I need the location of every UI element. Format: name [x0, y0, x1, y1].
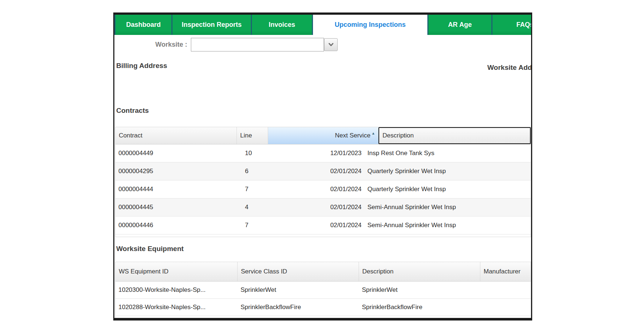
description-cell: Semi-Annual Sprinkler Wet Insp: [364, 216, 531, 234]
tab-label: Invoices: [268, 21, 295, 29]
next-service-cell: 02/01/2024: [268, 180, 364, 198]
tab-ar-age[interactable]: AR Age: [428, 15, 492, 35]
service-class-id-cell: SprinklerWet: [238, 282, 359, 298]
line-cell: 6: [237, 162, 268, 180]
column-header-contract[interactable]: Contract: [115, 127, 237, 144]
chevron-down-icon: [328, 43, 334, 46]
equipment-table-header: WS Equipment ID Service Class ID Descrip…: [115, 262, 531, 282]
tab-upcoming-inspections[interactable]: Upcoming Inspections: [313, 15, 428, 35]
contract-cell: 0000004445: [115, 198, 237, 216]
line-cell: 7: [237, 180, 268, 198]
contract-row[interactable]: 0000004446 7 02/01/2024 Semi-Annual Spri…: [115, 216, 531, 234]
description-cell: Semi-Annual Sprinkler Wet Insp: [364, 198, 531, 216]
sort-asc-icon: ▲: [371, 131, 375, 135]
description-cell: Quarterly Sprinkler Wet Insp: [364, 162, 531, 180]
contracts-table: Contract Line Next Service ▲ Description…: [115, 127, 531, 237]
description-cell: Insp Rest One Tank Sys: [364, 144, 531, 162]
contract-cell: 0000004449: [115, 144, 237, 162]
worksite-equipment-heading: Worksite Equipment: [116, 245, 184, 253]
tab-label: FAQs: [516, 21, 531, 29]
tab-bar: Dashboard Inspection Reports Invoices Up…: [114, 15, 531, 35]
contract-row[interactable]: 0000004295 6 02/01/2024 Quarterly Sprink…: [115, 162, 531, 180]
worksite-input[interactable]: [191, 38, 324, 51]
description-cell: Quarterly Sprinkler Wet Insp: [364, 180, 531, 198]
tab-dashboard[interactable]: Dashboard: [114, 15, 172, 35]
column-header-description[interactable]: Description: [359, 262, 480, 281]
column-header-description[interactable]: Description: [378, 127, 531, 144]
tab-label: Inspection Reports: [182, 21, 242, 29]
tab-label: Upcoming Inspections: [335, 21, 406, 29]
column-header-ws-equipment-id[interactable]: WS Equipment ID: [115, 262, 238, 281]
contract-row[interactable]: 0000004449 10 12/01/2023 Insp Rest One T…: [115, 144, 531, 162]
line-cell: 7: [237, 216, 268, 234]
contract-cell: 0000004295: [115, 162, 237, 180]
description-cell: SprinklerWet: [359, 282, 480, 298]
worksite-label: Worksite :: [136, 41, 187, 49]
contract-cell: 0000004446: [115, 216, 237, 234]
next-service-cell: 12/01/2023: [268, 144, 364, 162]
service-class-id-cell: SprinklerBackflowFire: [238, 299, 359, 316]
column-header-manufacturer[interactable]: Manufacturer: [480, 262, 531, 281]
description-cell: SprinklerBackflowFire: [359, 299, 480, 316]
tab-faqs[interactable]: FAQs: [492, 15, 531, 35]
worksite-dropdown-button[interactable]: [324, 38, 338, 51]
ws-equipment-id-cell: 1020288-Worksite-Naples-Sp...: [115, 299, 238, 316]
contracts-heading: Contracts: [116, 107, 149, 115]
contract-cell: 0000004444: [115, 180, 237, 198]
panel-content: Dashboard Inspection Reports Invoices Up…: [114, 15, 531, 318]
worksite-equipment-table: WS Equipment ID Service Class ID Descrip…: [115, 262, 531, 318]
equipment-row[interactable]: 1020300-Worksite-Naples-Sp... SprinklerW…: [115, 282, 531, 299]
column-header-service-class-id[interactable]: Service Class ID: [238, 262, 359, 281]
next-service-cell: 02/01/2024: [268, 216, 364, 234]
customer-portal-panel: Dashboard Inspection Reports Invoices Up…: [113, 12, 532, 321]
line-cell: 4: [237, 198, 268, 216]
tab-inspection-reports[interactable]: Inspection Reports: [172, 15, 252, 35]
billing-address-heading: Billing Address: [116, 62, 167, 70]
equipment-row[interactable]: 1020288-Worksite-Naples-Sp... SprinklerB…: [115, 299, 531, 316]
line-cell: 10: [237, 144, 268, 162]
manufacturer-cell: [480, 299, 531, 316]
ws-equipment-id-cell: 1020300-Worksite-Naples-Sp...: [115, 282, 238, 298]
next-service-cell: 02/01/2024: [268, 162, 364, 180]
tab-invoices[interactable]: Invoices: [252, 15, 313, 35]
tab-label: Dashboard: [126, 21, 161, 29]
worksite-combobox: [191, 38, 338, 51]
contract-row[interactable]: 0000004444 7 02/01/2024 Quarterly Sprink…: [115, 180, 531, 198]
manufacturer-cell: [480, 282, 531, 298]
tab-label: AR Age: [448, 21, 472, 29]
worksite-address-heading: Worksite Address: [487, 64, 531, 72]
column-header-next-service[interactable]: Next Service ▲: [268, 127, 378, 144]
contract-row[interactable]: 0000004445 4 02/01/2024 Semi-Annual Spri…: [115, 198, 531, 216]
contracts-table-header: Contract Line Next Service ▲ Description: [115, 127, 531, 144]
column-header-line[interactable]: Line: [237, 127, 268, 144]
next-service-cell: 02/01/2024: [268, 198, 364, 216]
